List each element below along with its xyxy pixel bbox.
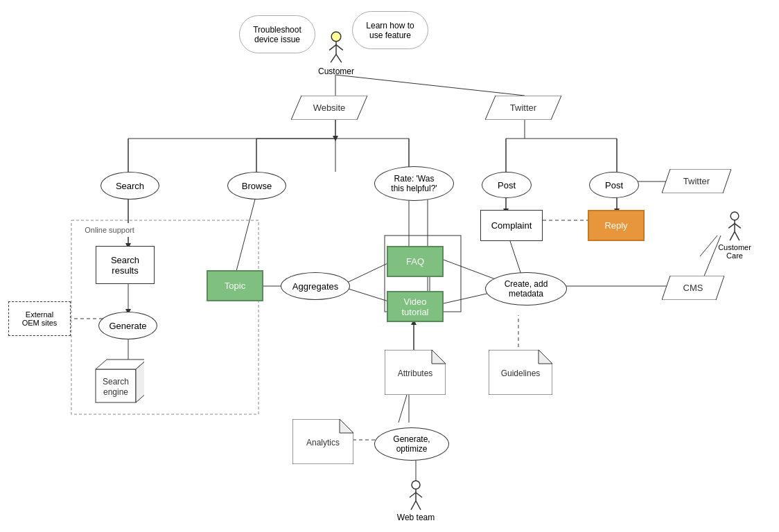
topic-label: Topic: [225, 281, 245, 291]
search-results-label: Search results: [111, 255, 139, 276]
svg-text:Analytics: Analytics: [306, 438, 340, 447]
external-oem-node: External OEM sites: [8, 301, 71, 336]
svg-text:CMS: CMS: [683, 283, 703, 293]
external-oem-label: External OEM sites: [22, 310, 58, 327]
guidelines-node: Guidelines: [489, 350, 552, 395]
svg-line-61: [336, 54, 342, 62]
svg-text:Twitter: Twitter: [683, 176, 710, 186]
svg-text:Twitter: Twitter: [510, 103, 537, 113]
svg-line-74: [730, 231, 735, 240]
svg-line-58: [329, 45, 336, 51]
search-results-node: Search results: [96, 246, 155, 284]
svg-line-93: [416, 493, 422, 497]
svg-line-94: [411, 501, 416, 510]
svg-line-72: [728, 224, 735, 229]
rate-node: Rate: 'Was this helpful?': [374, 166, 454, 201]
post1-label: Post: [498, 180, 516, 190]
svg-marker-85: [539, 350, 552, 364]
browse-node: Browse: [227, 172, 286, 200]
complaint-label: Complaint: [491, 220, 532, 231]
search-engine-node: Search engine: [89, 357, 144, 405]
website-node: Website: [291, 96, 367, 120]
learn-label: Learn how to use feature: [366, 21, 414, 40]
svg-text:Website: Website: [313, 103, 346, 113]
web-team-label: Web team: [397, 513, 435, 522]
complaint-node: Complaint: [480, 210, 543, 241]
topic-node: Topic: [207, 270, 263, 301]
svg-line-59: [336, 45, 343, 51]
svg-marker-77: [96, 360, 144, 369]
twitter-right-node: Twitter: [662, 169, 731, 193]
search-node: Search: [100, 172, 159, 200]
analytics-node: Analytics: [292, 419, 353, 464]
post2-label: Post: [605, 180, 623, 190]
customer-care-node: Customer Care: [710, 211, 759, 260]
svg-point-90: [412, 481, 420, 489]
troubleshoot-node: Troubleshoot device issue: [239, 15, 315, 53]
svg-text:engine: engine: [103, 387, 128, 397]
customer-care-label: Customer Care: [710, 243, 759, 260]
learn-node: Learn how to use feature: [352, 11, 428, 49]
svg-line-1: [335, 75, 525, 96]
svg-line-75: [735, 231, 739, 240]
generate-label: Generate: [109, 321, 146, 331]
video-tutorial-node: Video tutorial: [387, 291, 444, 322]
svg-line-92: [410, 493, 416, 497]
web-team-node: Web team: [392, 477, 440, 525]
generate-node: Generate: [98, 312, 157, 339]
customer-label: Customer: [318, 66, 354, 76]
generate-optimize-node: Generate, optimize: [374, 427, 449, 461]
browse-label: Browse: [242, 181, 272, 191]
svg-text:Search: Search: [103, 377, 129, 387]
svg-line-19: [236, 194, 256, 274]
svg-line-95: [416, 501, 421, 510]
twitter-top-node: Twitter: [485, 96, 561, 120]
online-support-label: Online support: [75, 223, 144, 237]
attributes-node: Attributes: [385, 350, 446, 395]
svg-marker-88: [340, 419, 353, 433]
faq-node: FAQ: [387, 246, 444, 277]
reply-node: Reply: [588, 210, 645, 241]
video-tutorial-label: Video tutorial: [401, 296, 428, 317]
svg-text:Attributes: Attributes: [398, 369, 433, 378]
svg-line-60: [331, 54, 336, 62]
create-add-node: Create, add metadata: [485, 272, 567, 305]
aggregates-node: Aggregates: [281, 272, 350, 300]
search-label: Search: [116, 181, 144, 191]
rate-label: Rate: 'Was this helpful?': [391, 174, 437, 193]
svg-point-70: [730, 212, 739, 220]
create-add-label: Create, add metadata: [505, 279, 548, 299]
generate-optimize-label: Generate, optimize: [393, 434, 430, 454]
post1-node: Post: [482, 172, 532, 198]
diagram: Customer Troubleshoot device issue Learn…: [0, 0, 779, 532]
svg-line-27: [444, 260, 499, 281]
svg-line-73: [735, 224, 741, 229]
faq-label: FAQ: [406, 256, 424, 267]
svg-marker-82: [432, 350, 446, 364]
aggregates-label: Aggregates: [292, 281, 339, 292]
reply-label: Reply: [604, 220, 627, 231]
troubleshoot-label: Troubleshoot device issue: [253, 25, 301, 44]
post2-node: Post: [589, 172, 639, 198]
customer-node: Customer: [315, 31, 357, 76]
cms-node: CMS: [662, 276, 724, 300]
svg-text:Guidelines: Guidelines: [501, 369, 541, 378]
svg-point-56: [331, 32, 341, 42]
